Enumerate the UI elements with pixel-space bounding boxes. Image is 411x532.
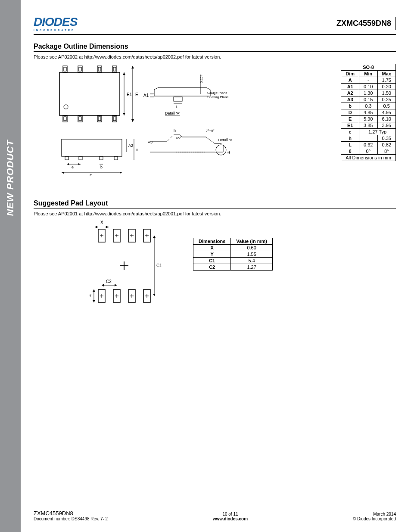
table-row: L0.620.82 [341, 142, 396, 148]
svg-rect-3 [64, 67, 66, 71]
svg-text:Gauge Plane: Gauge Plane [207, 91, 227, 95]
svg-text:D: D [90, 174, 93, 176]
svg-rect-17 [113, 117, 116, 121]
sidebar-label: NEW PRODUCT [5, 140, 16, 216]
pad-dimensions-table: Dimensions Value (in mm) X0.60 Y1.55 C15… [193, 238, 273, 271]
table-row: C15.4 [193, 258, 273, 264]
svg-text:Detail 'A': Detail 'A' [165, 111, 180, 115]
svg-text:Seating Plane: Seating Plane [207, 95, 229, 99]
table-row: e1.27 Typ [341, 129, 396, 135]
svg-rect-34 [62, 139, 122, 156]
page-content: DIODES INCORPORATED ZXMC4559DN8 Package … [21, 0, 411, 311]
svg-text:L: L [176, 105, 178, 109]
svg-text:C1: C1 [156, 263, 162, 268]
svg-text:A2: A2 [128, 143, 133, 148]
table-row: X0.60 [193, 245, 273, 251]
svg-text:E: E [135, 92, 138, 97]
package-outline-diagram: E1 E A1 L Detail 'A' 0.254 Gauge Plane S… [34, 64, 232, 176]
svg-rect-36 [79, 156, 82, 160]
col-dimensions: Dimensions [193, 238, 231, 245]
col-max: Max [377, 71, 395, 77]
svg-text:0.254: 0.254 [199, 74, 203, 83]
col-min: Min [359, 71, 377, 77]
svg-rect-9 [113, 67, 116, 71]
section1-note: Please see AP02002 at http://www.diodes.… [34, 54, 396, 59]
svg-rect-26 [174, 97, 182, 101]
svg-text:X: X [100, 221, 103, 225]
so8-dimensions-table: SO-8 Dim Min Max A-1.75 A10.100.20 A21.3… [341, 64, 396, 161]
section2-note: Please see AP02001 at http://www.diodes.… [34, 211, 396, 216]
svg-text:A3: A3 [148, 140, 153, 144]
svg-text:b: b [100, 165, 103, 169]
svg-rect-5 [79, 67, 81, 71]
table-row: A30.150.25 [341, 96, 396, 103]
footer-date: March 2014 [353, 512, 396, 516]
table-title: SO-8 [341, 64, 396, 71]
brand-logo: DIODES INCORPORATED [34, 15, 77, 31]
table-row: A-1.75 [341, 77, 396, 84]
table-row: D4.854.95 [341, 109, 396, 116]
col-value: Value (in mm) [231, 238, 273, 245]
table-footer: All Dimensions in mm [341, 155, 396, 161]
sidebar: NEW PRODUCT [0, 0, 21, 532]
table-row: A10.100.20 [341, 84, 396, 90]
brand-sub: INCORPORATED [34, 29, 77, 31]
table-row: E5.906.10 [341, 116, 396, 122]
svg-point-55 [216, 145, 226, 155]
footer-url: www.diodes.com [213, 516, 248, 521]
svg-rect-35 [65, 156, 68, 160]
svg-rect-11 [64, 117, 66, 121]
table-row: C21.27 [193, 264, 273, 271]
page-header: DIODES INCORPORATED ZXMC4559DN8 [34, 15, 396, 35]
col-dim: Dim [341, 71, 359, 77]
footer-page: 10 of 11 [213, 512, 248, 516]
footer-doc-number: Document number: DS34498 Rev. 7- 2 [34, 516, 108, 521]
svg-text:h: h [174, 128, 176, 133]
svg-text:θ: θ [227, 150, 230, 155]
section1-title: Package Outline Dimensions [34, 43, 396, 52]
svg-rect-13 [79, 117, 81, 121]
svg-rect-7 [98, 67, 101, 71]
section2-content: X Y C1 C2 Dimensions Value (in mm) X0.60… [34, 221, 396, 311]
svg-rect-38 [114, 156, 118, 160]
section1-content: E1 E A1 L Detail 'A' 0.254 Gauge Plane S… [34, 64, 396, 176]
footer-part-number: ZXMC4559DN8 [34, 510, 108, 516]
svg-text:A1: A1 [143, 93, 149, 98]
svg-text:Y: Y [90, 293, 92, 298]
svg-text:A: A [136, 148, 138, 152]
table-row: θ0°8° [341, 148, 396, 155]
table-row: h-0.35 [341, 135, 396, 142]
pad-layout-diagram: X Y C1 C2 [90, 221, 176, 311]
svg-rect-15 [98, 117, 101, 121]
svg-text:E1: E1 [127, 92, 132, 97]
section2-title: Suggested Pad Layout [34, 199, 396, 208]
svg-point-1 [64, 105, 68, 109]
svg-rect-37 [100, 156, 103, 160]
page-footer: ZXMC4559DN8 Document number: DS34498 Rev… [21, 510, 411, 521]
svg-rect-0 [59, 72, 120, 115]
brand-main: DIODES [34, 15, 77, 29]
part-number: ZXMC4559DN8 [332, 17, 396, 30]
svg-text:7°~9°: 7°~9° [206, 129, 215, 133]
svg-text:C2: C2 [106, 279, 112, 284]
svg-text:45°: 45° [176, 136, 181, 140]
svg-text:e: e [72, 165, 74, 169]
table-row: E13.853.95 [341, 122, 396, 129]
table-row: A21.301.50 [341, 90, 396, 96]
svg-text:Detail 'A': Detail 'A' [218, 138, 232, 142]
table-row: b0.30.5 [341, 103, 396, 109]
footer-copyright: © Diodes Incorporated [353, 516, 396, 521]
table-row: Y1.55 [193, 251, 273, 258]
